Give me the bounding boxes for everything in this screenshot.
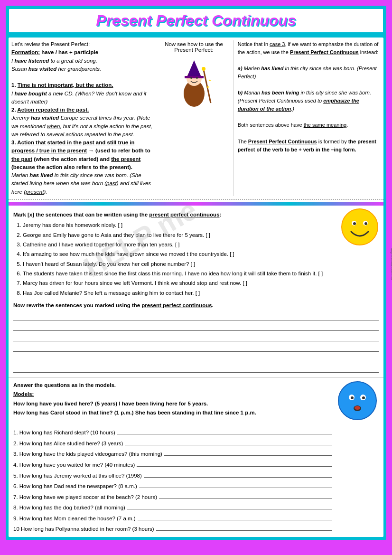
rewrite-lines bbox=[13, 312, 379, 373]
blue-smiley bbox=[337, 381, 378, 421]
write-line bbox=[13, 312, 379, 320]
list-item: Marcy has driven for four hours since we… bbox=[23, 279, 379, 287]
example2: Susan has visited her grandparents. bbox=[11, 65, 154, 73]
answer-line bbox=[139, 480, 332, 488]
right-formation: The Present Perfect Continuous is formed… bbox=[238, 138, 381, 154]
exercise1-section: Mark [x] the sentences that can be writt… bbox=[9, 207, 383, 376]
question8: 8. How long has the dog barked? (all mor… bbox=[13, 502, 332, 513]
outer-border: Present Perfect Continuous Let's review … bbox=[4, 4, 388, 542]
exercise1-list: Jeremy has done his homework nicely. [ ]… bbox=[23, 221, 379, 297]
section-separator bbox=[9, 202, 383, 206]
model1: How long have you lived here? (5 years) … bbox=[13, 399, 332, 409]
list-item: Has Joe called Melanie? She left a messa… bbox=[23, 289, 379, 297]
svg-point-21 bbox=[355, 406, 360, 410]
svg-point-14 bbox=[364, 222, 367, 225]
svg-text:✦: ✦ bbox=[206, 85, 210, 90]
svg-point-5 bbox=[196, 77, 198, 79]
right-example-b: b) Marian has been living in this city s… bbox=[238, 89, 381, 113]
yellow-smiley bbox=[341, 208, 379, 246]
list-item: I haven't heard of Susan lately. Do you … bbox=[23, 260, 379, 268]
answer-line bbox=[164, 448, 332, 456]
list-item: The students have taken this test since … bbox=[23, 269, 379, 278]
question6: 6. How long has Dad read the newspaper? … bbox=[13, 480, 332, 491]
list-item: It's amazing to see how much the kids ha… bbox=[23, 250, 379, 258]
example1: I have listened to a great old song. bbox=[11, 57, 154, 65]
question4: 4. How long have you waited for me? (40 … bbox=[13, 459, 332, 470]
top-section: Let's review the Present Perfect: Format… bbox=[9, 38, 383, 200]
exercise2-section: Answer the questions as in the models. M… bbox=[9, 377, 383, 537]
models-label: Models: bbox=[13, 390, 332, 399]
rewrite-intro: Now rewrite the sentences you marked usi… bbox=[13, 301, 379, 310]
answer-line bbox=[159, 491, 332, 499]
write-line bbox=[13, 364, 379, 373]
svg-point-19 bbox=[362, 396, 365, 399]
case1: 1. Time is not important, but the action… bbox=[11, 81, 154, 106]
answer-line bbox=[127, 502, 332, 509]
svg-point-13 bbox=[353, 222, 356, 225]
case2: 2. Action repeated in the past. Jeremy h… bbox=[11, 106, 154, 139]
review-intro: Let's review the Present Perfect: bbox=[11, 40, 154, 48]
question3: 3. How long have the kids played videoga… bbox=[13, 448, 332, 459]
page-title: Present Perfect Continuous bbox=[96, 12, 296, 29]
answer-questions-container: Answer the questions as in the models. M… bbox=[13, 381, 379, 534]
list-item: Jeremy has done his homework nicely. [ ] bbox=[23, 221, 379, 229]
top-left-column: Let's review the Present Perfect: Format… bbox=[11, 40, 154, 196]
case3: 3. Action that started in the past and s… bbox=[11, 139, 154, 196]
question1: 1. How long has Richard slept? (10 hours… bbox=[13, 427, 332, 438]
question7: 7. How long have we played soccer at the… bbox=[13, 491, 332, 502]
svg-rect-3 bbox=[185, 76, 204, 78]
model2: How long has Carol stood in that line? (… bbox=[13, 408, 332, 418]
svg-point-18 bbox=[351, 396, 354, 399]
write-line bbox=[13, 322, 379, 331]
right-intro: Notice that in case 3, if we want to emp… bbox=[238, 40, 381, 56]
top-middle-column: Now see how to use the Present Perfect: bbox=[158, 40, 230, 196]
question2: 2. How long has Alice studied here? (3 y… bbox=[13, 438, 332, 449]
svg-marker-2 bbox=[187, 60, 201, 77]
answer-right bbox=[336, 381, 379, 534]
write-line bbox=[13, 333, 379, 341]
svg-point-15 bbox=[338, 382, 376, 420]
write-line bbox=[13, 354, 379, 362]
answer-line bbox=[156, 523, 332, 531]
top-right-column: Notice that in case 3, if we want to emp… bbox=[233, 40, 381, 196]
write-line bbox=[13, 343, 379, 352]
exercise1-label: Mark [x] the sentences that can be writt… bbox=[13, 212, 221, 217]
character-illustration: ✦ ✦ bbox=[173, 56, 215, 113]
question10: 10 How long has Pollyanna studied in her… bbox=[13, 523, 332, 534]
question9: 9. How long has Mom cleaned the house? (… bbox=[13, 513, 332, 524]
answer-line bbox=[138, 513, 332, 520]
rewrite-section: Now rewrite the sentences you marked usi… bbox=[13, 301, 379, 372]
svg-text:✦: ✦ bbox=[208, 78, 212, 83]
svg-point-4 bbox=[190, 77, 192, 79]
answer-left: Answer the questions as in the models. M… bbox=[13, 381, 332, 534]
right-note: Both sentences above have the same meani… bbox=[238, 121, 381, 129]
list-item: George and Emily have gone to Asia and t… bbox=[23, 231, 379, 239]
middle-text: Now see how to use the Present Perfect: bbox=[158, 41, 230, 53]
svg-point-10 bbox=[342, 209, 378, 245]
title-box: Present Perfect Continuous bbox=[8, 8, 384, 34]
exercise2-intro: Answer the questions as in the models. bbox=[13, 381, 332, 390]
list-item: Catherine and I have worked together for… bbox=[23, 240, 379, 249]
right-example-a: a) Marian has lived in this city since s… bbox=[238, 65, 381, 81]
answer-line bbox=[117, 427, 332, 434]
exercise1-intro: Mark [x] the sentences that can be writt… bbox=[13, 210, 379, 219]
main-content: Let's review the Present Perfect: Format… bbox=[8, 37, 384, 538]
svg-point-7 bbox=[202, 67, 205, 71]
formation: Formation: have / has + participle bbox=[11, 48, 154, 56]
answer-line bbox=[125, 438, 332, 445]
answer-line bbox=[137, 459, 332, 467]
side-url: http://zulita.com.no bbox=[390, 248, 392, 280]
question5: 5. How long has Jeremy worked at this of… bbox=[13, 470, 332, 481]
answer-line bbox=[144, 470, 332, 478]
